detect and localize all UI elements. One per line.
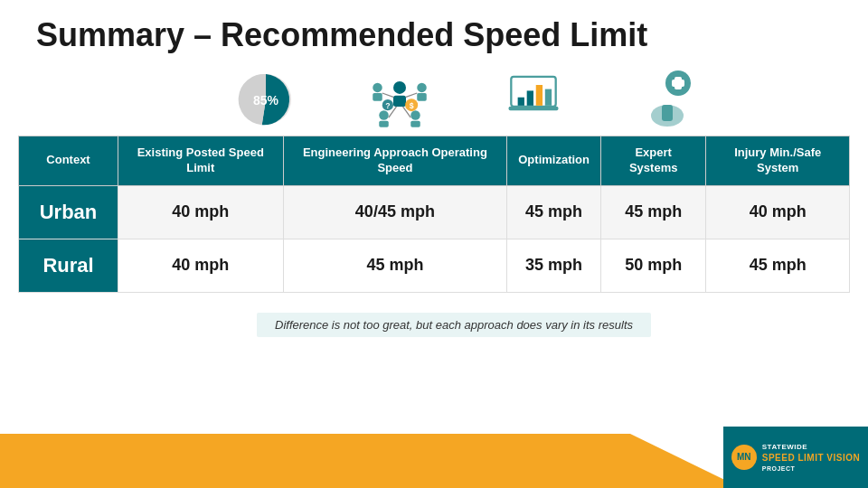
page-container: Summary – Recommended Speed Limit 85% [0,0,868,488]
icons-row: 85% [199,63,868,136]
page-title: Summary – Recommended Speed Limit [0,0,868,63]
urban-injury: 40 mph [706,185,850,239]
pie-chart-icon: 85% [237,70,295,128]
urban-engineering: 40/45 mph [283,185,507,239]
svg-rect-24 [536,85,542,106]
logo-text: STATEWIDE Speed Limit Vision PROJECT [762,442,860,474]
svg-rect-25 [545,89,552,106]
svg-rect-11 [410,121,420,127]
logo-statewide: STATEWIDE [762,442,860,452]
logo-box-inner: MN STATEWIDE Speed Limit Vision PROJECT [731,442,860,474]
svg-point-4 [373,83,382,93]
svg-text:85%: 85% [253,93,279,108]
summary-table: Context Existing Posted Speed Limit Engi… [18,136,850,293]
svg-text:$: $ [410,101,414,110]
header-context: Context [19,136,118,186]
urban-optimization: 45 mph [507,185,601,239]
footnote-text: Difference is not too great, but each ap… [257,313,651,337]
header-existing: Existing Posted Speed Limit [118,136,284,186]
svg-rect-5 [373,93,382,101]
header-engineering: Engineering Approach Operating Speed [283,136,507,186]
svg-line-13 [406,93,417,97]
svg-rect-7 [417,93,427,101]
table-row-urban: Urban 40 mph 40/45 mph 45 mph 45 mph 40 … [19,185,850,239]
logo-speed: Speed Limit Vision [762,452,860,465]
svg-point-2 [393,81,406,94]
diagonal-gold-bar [0,434,741,488]
bottom-bar: MN STATEWIDE Speed Limit Vision PROJECT [0,434,868,488]
people-network-icon-cell: $ ? [333,63,467,136]
svg-rect-3 [393,96,406,107]
plus-medical-icon-cell [600,63,734,136]
svg-rect-30 [672,80,684,87]
table-wrapper: Context Existing Posted Speed Limit Engi… [18,136,850,293]
mn-logo: MN [731,445,757,470]
urban-context: Urban [19,185,118,239]
svg-rect-21 [509,107,559,111]
logo-project: PROJECT [762,465,860,474]
bar-chart-icon [505,72,562,127]
svg-text:?: ? [385,101,390,110]
rural-injury: 45 mph [706,239,850,292]
rural-context: Rural [19,239,118,292]
svg-rect-9 [379,121,389,127]
rural-expert: 50 mph [600,239,705,292]
header-expert: Expert Systems [600,136,705,186]
people-network-icon: $ ? [368,70,431,128]
logo-box: MN STATEWIDE Speed Limit Vision PROJECT [723,427,868,488]
svg-point-8 [379,110,389,120]
plus-medical-icon [638,70,696,128]
header-optimization: Optimization [507,136,601,186]
table-row-rural: Rural 40 mph 45 mph 35 mph 50 mph 45 mph [19,239,850,292]
svg-point-6 [417,83,427,93]
urban-existing: 40 mph [118,185,284,239]
rural-optimization: 35 mph [507,239,601,292]
table-header-row: Context Existing Posted Speed Limit Engi… [19,136,850,186]
svg-rect-23 [527,90,533,105]
rural-engineering: 45 mph [283,239,507,292]
rural-existing: 40 mph [118,239,284,292]
svg-rect-22 [518,98,524,106]
urban-expert: 45 mph [600,185,705,239]
pie-chart-icon-cell: 85% [199,63,333,136]
svg-point-10 [410,110,420,120]
bar-chart-icon-cell [467,65,600,134]
svg-rect-27 [662,105,673,121]
svg-line-12 [382,93,393,97]
header-injury: Injury Min./Safe System [706,136,850,186]
